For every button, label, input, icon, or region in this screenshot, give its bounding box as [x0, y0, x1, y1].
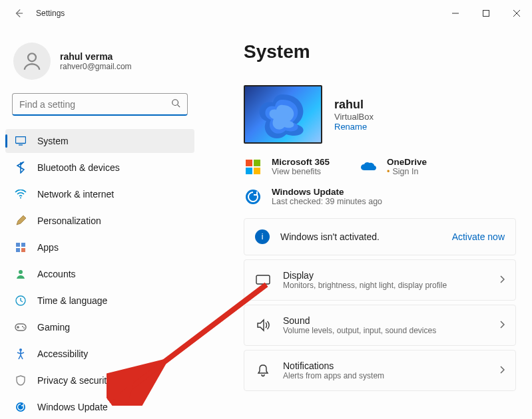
search-field[interactable]: [19, 99, 171, 110]
svg-point-20: [23, 327, 25, 329]
access-icon: [15, 348, 27, 360]
apps-icon: [15, 241, 27, 253]
sidebar-item-personalization[interactable]: Personalization: [5, 209, 194, 233]
search-input[interactable]: [12, 93, 188, 116]
privacy-icon: [15, 374, 27, 386]
sidebar-item-accounts[interactable]: Accounts: [5, 262, 194, 286]
notifications-icon: [255, 362, 271, 378]
sidebar-item-label: Personalization: [37, 215, 101, 226]
svg-point-5: [172, 99, 178, 105]
setting-display[interactable]: DisplayMonitors, brightness, night light…: [244, 259, 516, 301]
sound-icon: [255, 317, 271, 333]
sidebar-item-label: Accessibility: [37, 349, 88, 359]
svg-rect-7: [16, 137, 26, 144]
network-icon: [15, 188, 27, 200]
chevron-right-icon: [499, 319, 505, 331]
sidebar-item-label: Privacy & security: [37, 375, 111, 386]
accounts-icon: [15, 268, 27, 280]
chevron-right-icon: [499, 274, 505, 286]
minimize-button[interactable]: [440, 3, 471, 24]
maximize-button[interactable]: [471, 3, 501, 24]
onedrive-sub: •Sign In: [387, 167, 427, 176]
activation-banner: i Windows isn't activated. Activate now: [244, 218, 516, 255]
update-sub: Last checked: 39 minutes ago: [272, 197, 382, 206]
page-title: System: [244, 41, 516, 63]
microsoft-icon: [244, 158, 262, 176]
tile-onedrive[interactable]: OneDrive •Sign In: [359, 157, 427, 176]
svg-rect-11: [21, 243, 25, 247]
system-icon: [15, 135, 27, 147]
svg-rect-1: [483, 11, 489, 17]
time-icon: [15, 295, 27, 307]
svg-rect-24: [254, 160, 260, 166]
m365-sub: View benefits: [272, 167, 330, 176]
sidebar-item-apps[interactable]: Apps: [5, 235, 194, 259]
onedrive-icon: [359, 158, 378, 176]
sidebar-item-label: Time & language: [37, 295, 107, 306]
sidebar-item-system[interactable]: System: [5, 129, 194, 153]
device-wallpaper-thumb[interactable]: [244, 85, 322, 144]
svg-rect-23: [246, 160, 252, 166]
activation-msg: Windows isn't activated.: [280, 231, 452, 242]
rename-link[interactable]: Rename: [334, 122, 374, 132]
tile-microsoft365[interactable]: Microsoft 365 View benefits: [244, 157, 330, 176]
device-name: rahul: [334, 98, 374, 112]
update-title: Windows Update: [272, 187, 382, 197]
sidebar-item-label: Windows Update: [37, 402, 108, 412]
user-email: rahver0@gmail.com: [60, 62, 132, 71]
tile-windows-update[interactable]: Windows Update Last checked: 39 minutes …: [244, 187, 516, 206]
nav-list: SystemBluetooth & devicesNetwork & inter…: [5, 129, 194, 419]
setting-sub: Alerts from apps and system: [283, 371, 487, 380]
onedrive-title: OneDrive: [387, 157, 427, 167]
info-icon: i: [255, 229, 270, 244]
sidebar-item-network-internet[interactable]: Network & internet: [5, 182, 194, 206]
svg-line-6: [178, 104, 180, 107]
sidebar-item-label: Bluetooth & devices: [37, 162, 120, 173]
main-content: System rahul VirtualBox Rename Microsoft…: [200, 27, 532, 419]
svg-rect-28: [256, 275, 270, 284]
back-button[interactable]: [13, 8, 24, 19]
svg-rect-12: [16, 248, 20, 252]
activate-link[interactable]: Activate now: [452, 231, 505, 242]
sidebar-item-label: Network & internet: [37, 189, 114, 200]
sidebar-item-bluetooth-devices[interactable]: Bluetooth & devices: [5, 156, 194, 180]
personalize-icon: [15, 215, 27, 227]
setting-title: Display: [283, 270, 487, 281]
chevron-right-icon: [499, 364, 505, 376]
onedrive-sub-text: Sign In: [392, 167, 418, 176]
gaming-icon: [15, 321, 27, 333]
titlebar: Settings: [0, 0, 532, 27]
setting-sub: Volume levels, output, input, sound devi…: [283, 326, 487, 335]
svg-rect-26: [254, 168, 260, 174]
sidebar-item-label: Gaming: [37, 322, 70, 333]
svg-rect-25: [246, 168, 252, 174]
sidebar-item-time-language[interactable]: Time & language: [5, 289, 194, 313]
svg-rect-13: [21, 248, 25, 252]
setting-title: Notifications: [283, 360, 487, 371]
display-icon: [255, 272, 271, 288]
svg-point-19: [22, 326, 23, 327]
svg-point-14: [19, 270, 23, 274]
m365-title: Microsoft 365: [272, 157, 330, 167]
setting-sound[interactable]: SoundVolume levels, output, input, sound…: [244, 305, 516, 346]
setting-notifications[interactable]: NotificationsAlerts from apps and system: [244, 350, 516, 391]
sidebar-item-privacy-security[interactable]: Privacy & security: [5, 368, 194, 392]
user-name: rahul verma: [60, 51, 132, 62]
svg-point-21: [19, 349, 22, 351]
sidebar-item-gaming[interactable]: Gaming: [5, 315, 194, 339]
sidebar-item-accessibility[interactable]: Accessibility: [5, 342, 194, 366]
svg-point-9: [20, 198, 21, 199]
sidebar-item-label: Accounts: [37, 269, 76, 279]
svg-rect-10: [16, 243, 20, 247]
user-block[interactable]: rahul verma rahver0@gmail.com: [5, 37, 194, 93]
bluetooth-icon: [15, 162, 27, 174]
avatar: [13, 43, 51, 80]
close-button[interactable]: [501, 3, 532, 24]
sidebar-item-label: Apps: [37, 242, 59, 253]
svg-point-4: [28, 53, 36, 61]
sidebar-item-windows-update[interactable]: Windows Update: [5, 395, 194, 419]
window-title: Settings: [36, 9, 65, 18]
setting-title: Sound: [283, 315, 487, 326]
sidebar: rahul verma rahver0@gmail.com SystemBlue…: [0, 27, 200, 419]
device-block: rahul VirtualBox Rename: [244, 85, 516, 144]
